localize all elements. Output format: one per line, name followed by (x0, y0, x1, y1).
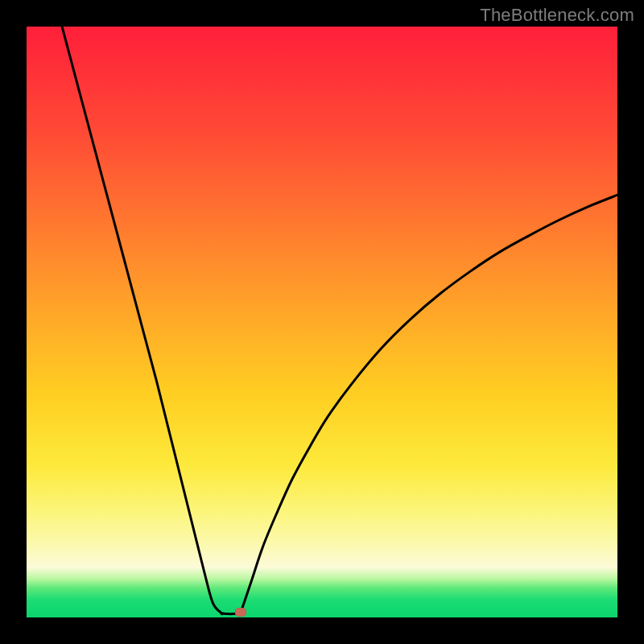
curve-svg (27, 27, 617, 617)
min-marker (235, 608, 246, 617)
chart-frame: TheBottleneck.com (0, 0, 644, 644)
plot-area (27, 27, 617, 617)
curve-path (62, 27, 617, 616)
watermark-text: TheBottleneck.com (480, 5, 634, 26)
